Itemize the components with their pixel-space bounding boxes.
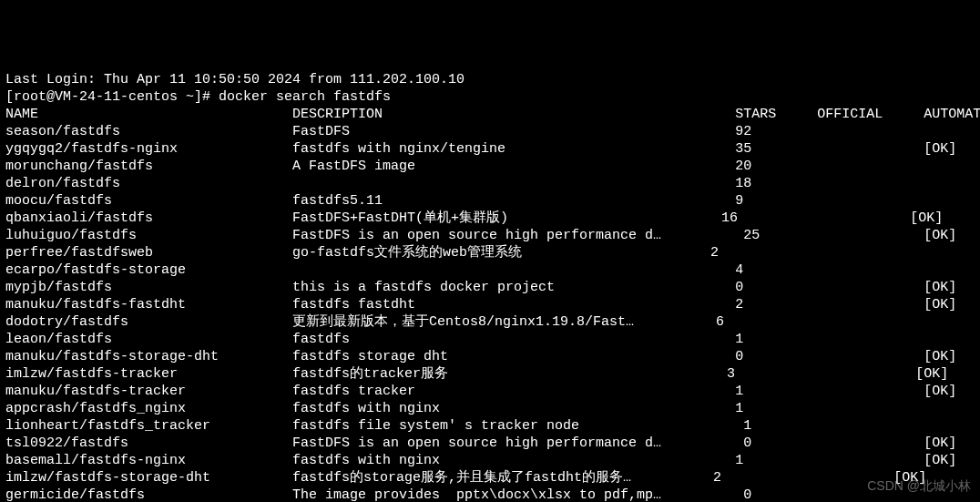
table-row: manuku/fastdfs-storage-dht fastdfs stora… — [5, 348, 975, 365]
terminal-output[interactable]: Last Login: Thu Apr 11 10:50:50 2024 fro… — [5, 71, 975, 502]
table-header: NAME DESCRIPTION STARS OFFICIAL AUTOMATE… — [5, 106, 975, 123]
command-line: [root@VM-24-11-centos ~]# docker search … — [5, 88, 975, 106]
table-row: tsl0922/fastdfs FastDFS is an open sourc… — [5, 435, 975, 452]
table-row: dodotry/fastdfs 更新到最新版本，基于Centos8/nginx1… — [5, 313, 975, 331]
table-row: luhuiguo/fastdfs FastDFS is an open sour… — [5, 227, 975, 244]
table-row: morunchang/fastdfs A FastDFS image 20 — [5, 158, 975, 175]
table-row: mypjb/fastdfs this is a fastdfs docker p… — [5, 279, 975, 296]
table-row: manuku/fastdfs-tracker fastdfs tracker 1… — [5, 383, 975, 400]
table-row: germicide/fastdfs The image provides ppt… — [5, 487, 975, 502]
table-row: appcrash/fastdfs_nginx fastdfs with ngin… — [5, 400, 975, 417]
table-row: imlzw/fastdfs-tracker fastdfs的tracker服务 … — [5, 365, 975, 383]
table-row: season/fastdfs FastDFS 92 — [5, 123, 975, 140]
table-row: perfree/fastdfsweb go-fastdfs文件系统的web管理系… — [5, 244, 975, 261]
watermark: CSDN @北城小林 — [867, 477, 971, 495]
table-row: lionheart/fastdfs_tracker fastdfs file s… — [5, 417, 975, 435]
table-row: ygqygq2/fastdfs-nginx fastdfs with nginx… — [5, 140, 975, 158]
table-row: ecarpo/fastdfs-storage 4 — [5, 261, 975, 279]
table-row: moocu/fastdfs fastdfs5.11 9 — [5, 192, 975, 210]
login-line: Last Login: Thu Apr 11 10:50:50 2024 fro… — [5, 71, 975, 88]
table-row: qbanxiaoli/fastdfs FastDFS+FastDHT(单机+集群… — [5, 210, 975, 227]
table-row: basemall/fastdfs-nginx fastdfs with ngin… — [5, 452, 975, 469]
table-row: delron/fastdfs 18 — [5, 175, 975, 192]
table-row: imlzw/fastdfs-storage-dht fastdfs的storag… — [5, 469, 975, 487]
table-row: manuku/fastdfs-fastdht fastdfs fastdht 2… — [5, 296, 975, 313]
table-row: leaon/fastdfs fastdfs 1 — [5, 331, 975, 348]
